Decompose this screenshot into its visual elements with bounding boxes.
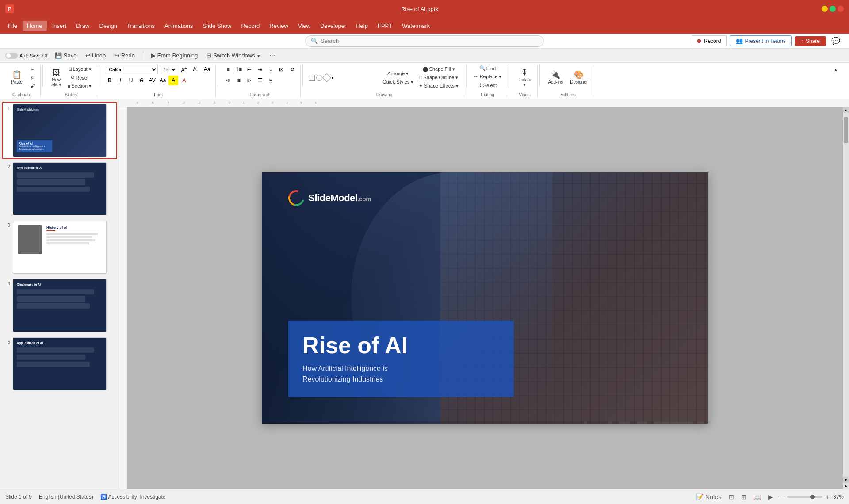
font-size-select[interactable]: 18 — [160, 65, 177, 74]
menu-review[interactable]: Review — [265, 21, 293, 31]
bullets-button[interactable]: ≡ — [223, 65, 233, 74]
comments-icon[interactable]: 💬 — [830, 35, 842, 47]
redo-button[interactable]: ↪ Redo — [112, 51, 138, 60]
slide-item-4[interactable]: 4 Challenges in AI — [3, 278, 116, 333]
menu-view[interactable]: View — [294, 21, 315, 31]
minimize-button[interactable] — [822, 6, 828, 12]
shape-circle[interactable] — [316, 75, 322, 81]
line-spacing-button[interactable]: ↕ — [266, 65, 275, 74]
maximize-button[interactable] — [830, 6, 836, 12]
zoom-out-button[interactable]: − — [778, 492, 785, 502]
expand-ribbon-button[interactable]: ▲ — [828, 66, 844, 73]
replace-button[interactable]: ↔ Replace ▾ — [472, 73, 503, 80]
shape-effects-button[interactable]: ✦ Shape Effects ▾ — [417, 82, 460, 90]
customize-qa-button[interactable]: ⋯ — [267, 51, 278, 60]
increase-font-size-button[interactable]: A+ — [179, 65, 189, 74]
slide-item-2[interactable]: 2 Introduction to AI — [3, 161, 116, 217]
new-slide-button[interactable]: 🖼 NewSlide — [48, 68, 64, 88]
menu-file[interactable]: File — [4, 21, 22, 31]
slide-item-1[interactable]: 1 SlideModel.com Rise of AI How Artifici… — [3, 103, 116, 158]
share-button[interactable]: ↑ Share — [795, 36, 826, 46]
shapes-more[interactable]: ▸ — [332, 75, 334, 80]
menu-record[interactable]: Record — [237, 21, 264, 31]
menu-watermark[interactable]: Watermark — [398, 21, 434, 31]
align-left-button[interactable]: ⫷ — [223, 76, 233, 85]
scroll-corner[interactable]: ▶ — [845, 483, 847, 489]
arrange-button[interactable]: Arrange ▾ — [381, 70, 415, 77]
menu-slideshow[interactable]: Slide Show — [198, 21, 236, 31]
decrease-font-size-button[interactable]: A- — [191, 65, 200, 74]
format-painter-button[interactable]: 🖌 — [28, 82, 37, 89]
increase-indent-button[interactable]: ⇥ — [255, 65, 265, 74]
menu-draw[interactable]: Draw — [72, 21, 94, 31]
vertical-scrollbar[interactable]: ▲ ▼ ▶ — [843, 107, 849, 489]
menu-design[interactable]: Design — [95, 21, 122, 31]
addins-button[interactable]: 🔌 Add-ins — [545, 70, 566, 85]
shape-fill-button[interactable]: ⬤ Shape Fill ▾ — [417, 65, 460, 73]
main-slide[interactable]: SlideModel.com Rise of AI How Artificial… — [262, 172, 708, 424]
section-button[interactable]: ≡ Section ▾ — [66, 82, 93, 90]
columns-button[interactable]: ⊠ — [276, 65, 286, 74]
menu-help[interactable]: Help — [352, 21, 372, 31]
change-case-button[interactable]: Aa — [158, 76, 168, 85]
close-button[interactable] — [838, 6, 844, 12]
present-in-teams-button[interactable]: 👥 Present in Teams — [730, 35, 792, 46]
highlight-button[interactable]: A — [168, 76, 178, 85]
designer-button[interactable]: 🎨 Designer — [567, 70, 590, 85]
reading-view-button[interactable]: 📖 — [752, 492, 763, 502]
search-input[interactable] — [321, 38, 538, 44]
normal-view-button[interactable]: ⊡ — [727, 492, 736, 502]
switch-windows-button[interactable]: ⊟ Switch Windows ▼ — [204, 51, 263, 60]
font-spacing-button[interactable]: AV — [147, 76, 157, 85]
notes-button[interactable]: 📝 Notes — [694, 492, 723, 502]
shape-outline-button[interactable]: □ Shape Outline ▾ — [417, 74, 460, 81]
underline-button[interactable]: U — [126, 76, 136, 85]
decrease-indent-button[interactable]: ⇤ — [245, 65, 254, 74]
menu-fppt[interactable]: FPPT — [373, 21, 397, 31]
select-button[interactable]: ⊹ Select — [477, 81, 499, 89]
shape-diamond[interactable] — [322, 73, 331, 82]
slide-item-3[interactable]: 3 History of AI — [3, 219, 116, 275]
shape-rect[interactable] — [309, 75, 315, 81]
align-right-button[interactable]: ⫸ — [245, 76, 254, 85]
italic-button[interactable]: I — [115, 76, 125, 85]
scroll-up-button[interactable]: ▲ — [843, 107, 849, 113]
smart-art-button[interactable]: ⊟ — [266, 76, 275, 85]
zoom-slider-thumb[interactable] — [810, 495, 815, 499]
slide-content-box[interactable]: Rise of AI How Artificial Intelligence i… — [288, 321, 514, 397]
menu-developer[interactable]: Developer — [316, 21, 351, 31]
quick-styles-button[interactable]: Quick Styles ▾ — [381, 78, 415, 86]
center-button[interactable]: ≡ — [234, 76, 244, 85]
font-name-select[interactable]: Calibri — [105, 65, 158, 74]
menu-home[interactable]: Home — [23, 21, 47, 31]
search-bar[interactable]: 🔍 — [305, 35, 544, 47]
undo-button[interactable]: ↩ Undo — [83, 51, 108, 60]
from-beginning-button[interactable]: ▶ From Beginning — [149, 51, 200, 60]
text-direction-button[interactable]: ⟲ — [287, 65, 297, 74]
menu-animations[interactable]: Animations — [160, 21, 197, 31]
slide-show-button[interactable]: ▶ — [766, 492, 775, 502]
dictate-button[interactable]: 🎙 Dictate ▼ — [515, 68, 534, 88]
slide-sorter-button[interactable]: ⊞ — [739, 492, 748, 502]
record-button[interactable]: ⏺ Record — [691, 35, 727, 46]
scroll-down-button[interactable]: ▼ — [843, 477, 849, 483]
menu-insert[interactable]: Insert — [48, 21, 71, 31]
save-button-qa[interactable]: 💾 Save — [52, 51, 79, 60]
cut-button[interactable]: ✂ — [28, 66, 37, 73]
copy-button[interactable]: ⎘ — [28, 74, 37, 81]
zoom-in-button[interactable]: + — [824, 492, 831, 502]
slide-item-5[interactable]: 5 Applications of AI — [3, 336, 116, 392]
menu-transitions[interactable]: Transitions — [122, 21, 159, 31]
autosave-switch[interactable] — [5, 53, 18, 59]
numbering-button[interactable]: 1≡ — [234, 65, 244, 74]
layout-button[interactable]: ⊞ Layout ▾ — [66, 65, 93, 73]
strikethrough-button[interactable]: S — [137, 76, 146, 85]
find-button[interactable]: 🔍 Find — [478, 65, 497, 72]
paste-button[interactable]: 📋 Paste — [7, 70, 27, 85]
clear-format-button[interactable]: Aa — [202, 65, 212, 74]
justify-button[interactable]: ☰ — [255, 76, 265, 85]
reset-button[interactable]: ↺ Reset — [66, 74, 93, 81]
slide-canvas[interactable]: SlideModel.com Rise of AI How Artificial… — [127, 107, 843, 489]
zoom-slider[interactable] — [787, 496, 822, 498]
bold-button[interactable]: B — [105, 76, 115, 85]
